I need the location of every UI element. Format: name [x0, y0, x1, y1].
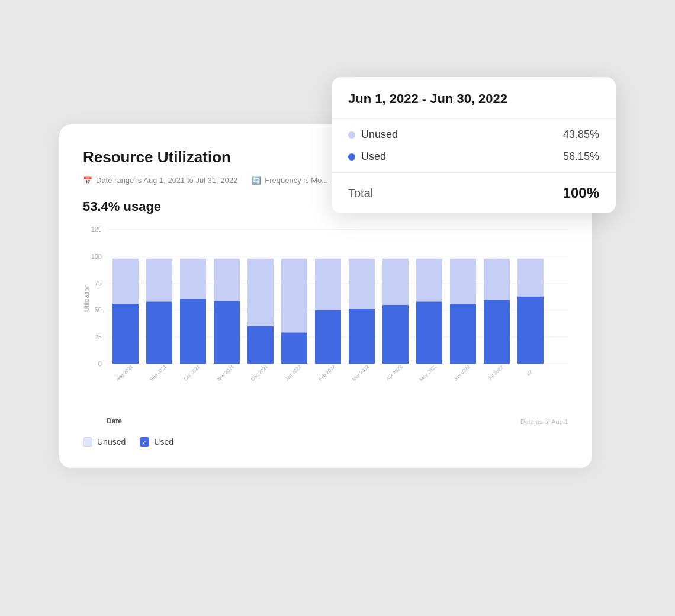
meta-date-range: 📅 Date range is Aug 1, 2021 to Jul 31, 2… [83, 176, 237, 185]
svg-text:Jan 2022: Jan 2022 [284, 364, 303, 382]
scene: Resource Utilization 📅 Date range is Aug… [59, 77, 616, 539]
tooltip-total-label: Total [348, 187, 373, 200]
x-axis-label: Date [107, 417, 122, 425]
svg-text:Jul 2022: Jul 2022 [487, 364, 504, 381]
tooltip-value-used: 56.15% [563, 150, 599, 163]
svg-rect-25 [247, 326, 274, 364]
svg-rect-32 [315, 259, 341, 310]
unused-label: Unused [97, 437, 126, 447]
svg-rect-20 [180, 259, 206, 299]
svg-text:Oct 2021: Oct 2021 [182, 364, 201, 382]
used-checkbox[interactable] [140, 437, 149, 447]
svg-rect-43 [450, 304, 476, 364]
svg-rect-26 [247, 259, 274, 326]
calendar-icon: 📅 [83, 176, 92, 185]
svg-text:0: 0 [98, 360, 102, 367]
svg-rect-14 [112, 259, 139, 304]
tooltip-rows: Unused 43.85% Used 56.15% [332, 118, 616, 172]
svg-rect-38 [382, 259, 409, 305]
meta-frequency: 🔄 Frequency is Mo... [252, 176, 328, 185]
tooltip-row-unused: Unused 43.85% [348, 129, 599, 141]
svg-rect-40 [416, 301, 442, 364]
svg-text:125: 125 [91, 226, 102, 233]
tooltip-dot-used [348, 153, 355, 161]
tooltip-header: Jun 1, 2022 - Jun 30, 2022 [332, 77, 616, 118]
legend: Unused Used [83, 437, 568, 447]
svg-rect-17 [146, 259, 172, 301]
svg-rect-35 [349, 259, 375, 309]
svg-rect-23 [214, 259, 240, 301]
svg-rect-50 [518, 259, 544, 297]
chart-area: 125 100 75 50 25 0 Utilization Aug 2021 … [83, 224, 568, 413]
svg-rect-47 [484, 259, 510, 300]
svg-text:Sep 2021: Sep 2021 [148, 363, 168, 382]
svg-rect-19 [180, 299, 206, 364]
svg-text:May 2022: May 2022 [418, 363, 438, 383]
tooltip-dot-unused [348, 131, 355, 139]
svg-rect-28 [281, 332, 307, 364]
svg-text:Mar 2022: Mar 2022 [351, 364, 371, 383]
svg-text:75: 75 [95, 280, 102, 287]
svg-text:Feb 2022: Feb 2022 [317, 364, 337, 383]
svg-text:Apr 2022: Apr 2022 [385, 364, 404, 382]
legend-unused[interactable]: Unused [83, 437, 126, 447]
svg-rect-44 [450, 259, 476, 304]
used-label: Used [154, 437, 173, 447]
svg-text:Aug 2021: Aug 2021 [114, 363, 134, 382]
svg-text:v2: v2 [525, 369, 533, 377]
bar-chart: 125 100 75 50 25 0 Utilization Aug 2021 … [83, 224, 568, 384]
svg-rect-13 [112, 304, 139, 364]
tooltip-label-used: Used [348, 150, 386, 163]
svg-text:100: 100 [91, 253, 102, 260]
tooltip-date: Jun 1, 2022 - Jun 30, 2022 [348, 91, 599, 107]
svg-rect-31 [315, 310, 341, 364]
legend-used[interactable]: Used [140, 437, 173, 447]
tooltip-card: Jun 1, 2022 - Jun 30, 2022 Unused 43.85%… [332, 77, 616, 213]
svg-text:Dec 2021: Dec 2021 [249, 363, 269, 382]
svg-text:50: 50 [95, 307, 102, 314]
svg-rect-16 [146, 301, 172, 364]
svg-rect-49 [518, 296, 544, 364]
data-note: Data as of Aug 1 [520, 418, 568, 425]
svg-rect-41 [416, 259, 442, 301]
tooltip-total-value: 100% [563, 185, 599, 201]
svg-rect-29 [281, 259, 307, 332]
svg-rect-37 [382, 305, 409, 364]
svg-text:Jun 2022: Jun 2022 [452, 364, 471, 382]
svg-rect-46 [484, 300, 510, 364]
svg-text:Utilization: Utilization [83, 284, 90, 312]
svg-text:25: 25 [95, 333, 102, 341]
refresh-icon: 🔄 [252, 176, 261, 185]
tooltip-label-unused: Unused [348, 129, 398, 141]
tooltip-total: Total 100% [332, 172, 616, 213]
unused-checkbox[interactable] [83, 437, 92, 447]
svg-rect-22 [214, 301, 240, 364]
svg-rect-34 [349, 309, 375, 364]
svg-text:Nov 2021: Nov 2021 [216, 363, 235, 382]
tooltip-value-unused: 43.85% [563, 129, 599, 141]
tooltip-row-used: Used 56.15% [348, 150, 599, 163]
